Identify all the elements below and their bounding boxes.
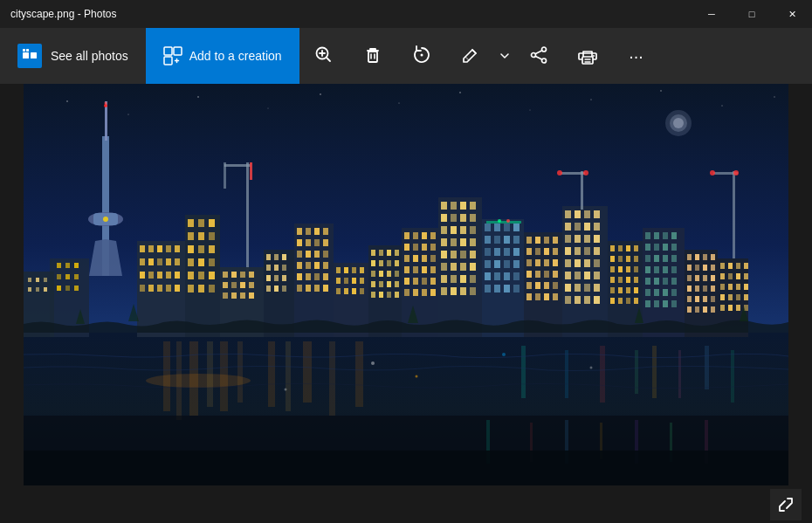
svg-rect-441 xyxy=(736,284,740,290)
svg-rect-236 xyxy=(470,226,476,234)
svg-rect-334 xyxy=(594,272,600,279)
edit-dropdown-button[interactable] xyxy=(495,28,514,84)
svg-rect-152 xyxy=(323,251,328,258)
svg-rect-129 xyxy=(274,254,279,260)
svg-rect-117 xyxy=(240,272,245,278)
svg-rect-137 xyxy=(266,286,271,292)
svg-rect-394 xyxy=(654,289,659,296)
svg-rect-374 xyxy=(654,232,659,239)
svg-rect-287 xyxy=(535,237,540,244)
svg-rect-121 xyxy=(240,282,245,288)
edit-button[interactable] xyxy=(446,28,495,84)
expand-button[interactable] xyxy=(770,489,802,520)
rotate-button[interactable] xyxy=(397,28,446,84)
share-button[interactable] xyxy=(514,28,563,84)
svg-rect-322 xyxy=(594,235,600,243)
svg-rect-407 xyxy=(695,254,699,260)
svg-rect-437 xyxy=(736,273,740,279)
svg-rect-234 xyxy=(451,226,457,234)
svg-rect-106 xyxy=(198,258,204,266)
svg-rect-81 xyxy=(148,258,154,265)
svg-rect-350 xyxy=(626,245,630,251)
svg-rect-93 xyxy=(166,285,171,292)
svg-rect-156 xyxy=(323,262,328,269)
svg-point-346 xyxy=(583,170,588,175)
svg-rect-312 xyxy=(575,210,581,218)
svg-rect-185 xyxy=(387,260,391,266)
svg-point-50 xyxy=(104,104,107,107)
see-all-photos-button[interactable]: See all photos xyxy=(0,28,146,84)
svg-rect-420 xyxy=(703,286,707,292)
svg-rect-177 xyxy=(360,288,364,294)
svg-rect-389 xyxy=(645,278,650,285)
svg-rect-240 xyxy=(470,238,476,246)
svg-rect-298 xyxy=(526,271,532,278)
svg-point-404 xyxy=(733,170,739,175)
svg-point-454 xyxy=(502,353,506,356)
svg-rect-395 xyxy=(663,289,668,296)
svg-rect-373 xyxy=(645,232,650,239)
svg-rect-280 xyxy=(504,285,510,292)
svg-rect-120 xyxy=(231,282,237,288)
svg-rect-276 xyxy=(504,272,510,280)
maximize-button[interactable]: □ xyxy=(732,0,772,28)
svg-rect-213 xyxy=(413,266,418,273)
zoom-button[interactable] xyxy=(299,28,348,84)
more-button[interactable]: ··· xyxy=(612,28,661,84)
svg-rect-192 xyxy=(379,281,383,287)
svg-rect-142 xyxy=(306,228,311,235)
svg-rect-272 xyxy=(504,260,510,268)
svg-point-19 xyxy=(459,92,460,93)
svg-rect-217 xyxy=(413,278,418,285)
add-to-creation-button[interactable]: Add to a creation xyxy=(146,28,299,84)
svg-rect-355 xyxy=(634,256,638,262)
svg-rect-277 xyxy=(513,272,520,280)
svg-rect-364 xyxy=(610,287,615,293)
svg-rect-443 xyxy=(720,294,725,300)
svg-rect-221 xyxy=(413,289,418,296)
svg-rect-96 xyxy=(188,219,194,227)
svg-rect-55 xyxy=(65,263,70,268)
minimize-button[interactable]: ─ xyxy=(692,0,732,28)
svg-rect-427 xyxy=(695,306,699,313)
svg-rect-238 xyxy=(451,238,457,246)
see-all-photos-label: See all photos xyxy=(51,49,128,63)
svg-rect-0 xyxy=(23,52,29,58)
svg-rect-135 xyxy=(274,275,279,281)
svg-rect-133 xyxy=(282,265,286,271)
svg-rect-313 xyxy=(584,210,590,218)
svg-rect-76 xyxy=(148,245,154,252)
svg-rect-228 xyxy=(470,202,476,210)
svg-rect-362 xyxy=(626,277,630,283)
print-button[interactable] xyxy=(563,28,612,84)
svg-rect-302 xyxy=(526,282,532,289)
svg-rect-317 xyxy=(584,223,590,231)
svg-rect-309 xyxy=(553,293,558,300)
svg-rect-3 xyxy=(26,49,29,52)
svg-rect-99 xyxy=(188,232,194,240)
svg-rect-339 xyxy=(565,296,571,304)
svg-rect-439 xyxy=(720,284,725,290)
svg-rect-98 xyxy=(209,219,215,227)
svg-rect-425 xyxy=(711,296,715,302)
svg-rect-264 xyxy=(504,236,510,244)
delete-button[interactable] xyxy=(348,28,397,84)
svg-rect-314 xyxy=(594,210,600,218)
svg-rect-186 xyxy=(395,260,399,266)
svg-rect-202 xyxy=(422,232,427,239)
close-button[interactable]: ✕ xyxy=(772,0,812,28)
svg-rect-448 xyxy=(728,305,733,311)
svg-rect-68 xyxy=(36,287,39,292)
svg-rect-72 xyxy=(224,162,226,189)
svg-rect-406 xyxy=(687,254,692,260)
svg-rect-65 xyxy=(36,278,39,282)
svg-rect-196 xyxy=(379,292,383,298)
svg-rect-61 xyxy=(65,286,70,291)
svg-rect-268 xyxy=(504,248,510,256)
svg-rect-4 xyxy=(164,47,172,55)
svg-rect-369 xyxy=(618,298,623,304)
svg-rect-198 xyxy=(395,292,399,298)
svg-rect-417 xyxy=(711,275,715,281)
svg-rect-31 xyxy=(220,341,228,411)
svg-rect-411 xyxy=(695,265,699,271)
